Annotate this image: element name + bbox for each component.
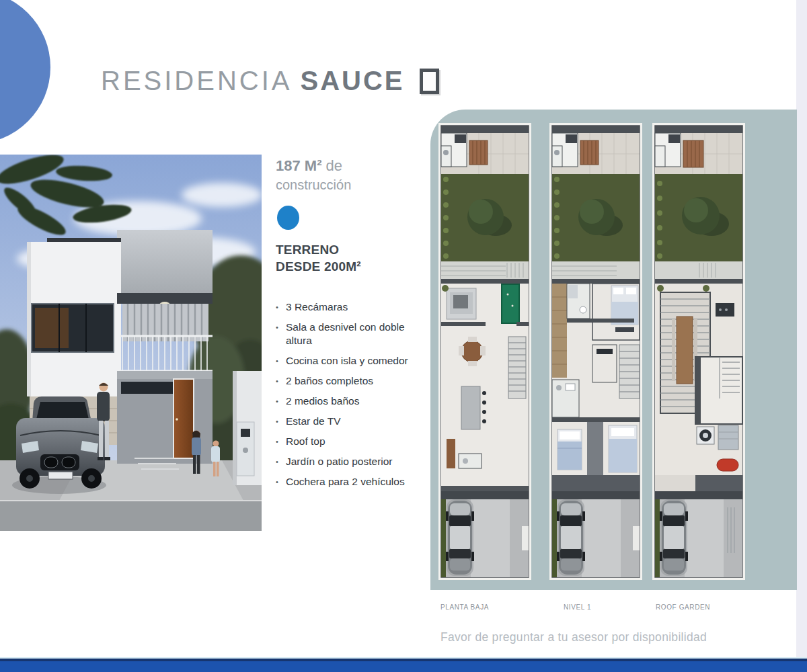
driveway bbox=[552, 491, 640, 577]
label-planta-baja: PLANTA BAJA bbox=[440, 603, 489, 611]
garden bbox=[655, 174, 742, 261]
bed-right bbox=[609, 425, 637, 472]
plan-labels-row: PLANTA BAJA NIVEL 1 ROOF GARDEN bbox=[0, 603, 807, 613]
floor-plan-planta-baja bbox=[438, 123, 531, 580]
patio bbox=[655, 133, 742, 174]
page-header: RESIDENCIA SAUCE bbox=[101, 66, 439, 96]
feature-item: Jardín o patio posterior bbox=[276, 455, 410, 468]
feature-item: Cochera para 2 vehículos bbox=[276, 475, 410, 489]
floor-plans-panel bbox=[430, 110, 797, 590]
feature-item: 3 Recámaras bbox=[276, 300, 410, 314]
square-logo-icon bbox=[420, 69, 439, 94]
gas-tank bbox=[717, 459, 738, 471]
page-title-bold: SAUCE bbox=[301, 66, 405, 96]
bed-left bbox=[558, 429, 582, 470]
feature-item: 2 medios baños bbox=[276, 394, 410, 408]
floor-plan-roof-garden bbox=[652, 123, 745, 580]
garden bbox=[552, 174, 640, 261]
car-top-view bbox=[557, 499, 585, 576]
floor-plan-nivel-1 bbox=[549, 123, 642, 580]
page-title-light: RESIDENCIA bbox=[101, 66, 293, 96]
house-illustration bbox=[0, 155, 262, 531]
terrace-strip bbox=[552, 261, 640, 279]
driveway bbox=[655, 491, 742, 577]
bbq bbox=[716, 303, 734, 317]
bottom-accent-bar bbox=[0, 657, 807, 672]
feature-item: Sala a desnivel con doble altura bbox=[276, 321, 410, 347]
bedroom-level bbox=[552, 279, 640, 491]
construction-area: 187 M² de bbox=[276, 156, 410, 175]
right-edge-strip bbox=[796, 0, 807, 659]
patio bbox=[552, 133, 640, 174]
construction-area-line2: construcción bbox=[276, 175, 410, 195]
entry-door bbox=[174, 379, 194, 458]
garden bbox=[441, 174, 529, 261]
label-nivel-1: NIVEL 1 bbox=[564, 603, 591, 611]
feature-item: Cocina con isla y comedor bbox=[276, 354, 410, 368]
patio bbox=[441, 133, 529, 174]
feature-item: Roof top bbox=[276, 435, 410, 448]
feature-item: 2 baños completos bbox=[276, 374, 410, 388]
roof-garden-level bbox=[655, 279, 742, 491]
terrace-strip bbox=[655, 261, 742, 279]
house-rendering-image bbox=[0, 155, 262, 531]
intercom-panel bbox=[237, 422, 254, 476]
label-roof-garden: ROOF GARDEN bbox=[656, 603, 710, 611]
features-list: 3 RecámarasSala a desnivel con doble alt… bbox=[276, 300, 410, 489]
availability-note: Favor de preguntar a tu asesor por dispo… bbox=[440, 630, 707, 644]
car-top-view bbox=[446, 499, 474, 576]
feature-item: Estar de TV bbox=[276, 415, 410, 428]
stair-core bbox=[695, 357, 742, 424]
driveway bbox=[441, 491, 529, 577]
details-column: 187 M² de construcción TERRENO DESDE 200… bbox=[276, 156, 410, 495]
blue-dot-icon bbox=[277, 206, 299, 230]
corner-accent-circle bbox=[0, 0, 50, 144]
car-top-view bbox=[660, 499, 688, 576]
terrace-strip bbox=[441, 261, 529, 279]
living-area bbox=[441, 279, 529, 491]
upper-window bbox=[32, 304, 114, 352]
terrain-size: TERRENO DESDE 200M² bbox=[276, 241, 410, 275]
